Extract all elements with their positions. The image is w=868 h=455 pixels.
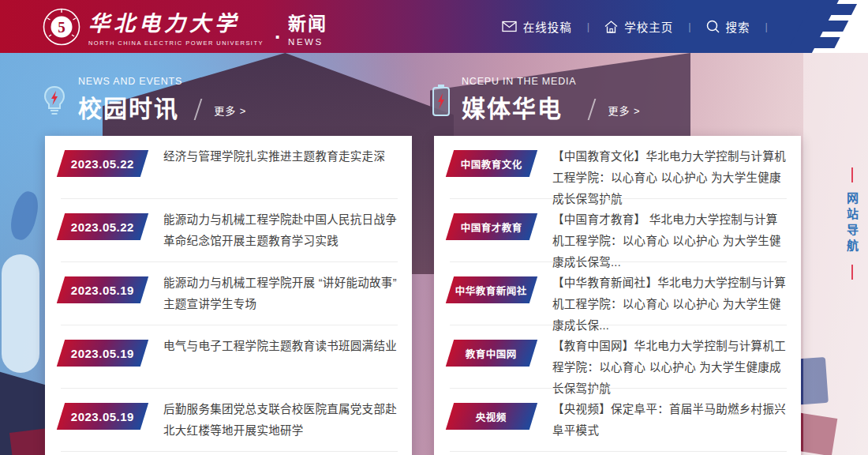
- svg-text:5: 5: [58, 19, 65, 36]
- news-title: 经济与管理学院扎实推进主题教育走实走深: [163, 146, 385, 167]
- section-header-news: NEWS AND EVENTS 校园时讯 更多 >: [41, 76, 246, 124]
- section-title-cn: 校园时讯: [78, 89, 182, 124]
- date-badge: 2023.05.19: [57, 276, 148, 303]
- news-title: 能源动力与机械工程学院赴中国人民抗日战争革命纪念馆开展主题教育学习实践: [163, 209, 398, 252]
- search-icon: [706, 20, 720, 33]
- media-title: 【央视频】保定阜平：首届半马助燃乡村振兴阜平模式: [552, 399, 787, 442]
- envelope-icon: [502, 21, 517, 32]
- date-badge: 2023.05.22: [57, 213, 148, 240]
- source-badge: 教育中国网: [446, 340, 537, 367]
- header-corner-decoration: [789, 0, 868, 53]
- nav-label: 搜索: [726, 18, 750, 35]
- news-list-card: 2023.05.22 经济与管理学院扎实推进主题教育走实走深 2023.05.2…: [45, 136, 412, 455]
- news-title: 后勤服务集团党总支联合校医院直属党支部赴北大红楼等地开展实地研学: [163, 399, 398, 442]
- nav-separator: |: [587, 21, 589, 32]
- site-title-cn: 新闻: [288, 9, 327, 36]
- news-item[interactable]: 2023.05.19 能源动力与机械工程学院开展 “讲好能动故事”主题宣讲学生专…: [45, 262, 412, 325]
- section-title-cn: 媒体华电: [462, 89, 576, 124]
- date-badge: 2023.05.19: [57, 403, 148, 430]
- news-title: 电气与电子工程学院主题教育读书班圆满结业: [163, 336, 397, 357]
- university-seal-icon: 5: [43, 8, 80, 46]
- news-item[interactable]: 2023.05.22 能源动力与机械工程学院赴中国人民抗日战争革命纪念馆开展主题…: [45, 199, 412, 262]
- source-badge: 中华教育新闻社: [446, 276, 537, 303]
- media-list-card: 中国教育文化 【中国教育文化】华北电力大学控制与计算机工程学院：以心育心 以心护…: [434, 136, 801, 455]
- date-badge: 2023.05.22: [57, 150, 148, 177]
- news-more-link[interactable]: 更多 >: [214, 103, 246, 118]
- nav-separator: |: [765, 21, 768, 32]
- date-badge: 2023.05.19: [57, 340, 148, 367]
- home-icon: [604, 21, 618, 33]
- university-name-en: NORTH CHINA ELECTRIC POWER UNIVERSITY: [88, 39, 264, 47]
- media-item[interactable]: 中国育才教育 【中国育才教育】 华北电力大学控制与计算机工程学院：以心育心 以心…: [434, 199, 801, 262]
- nav-item-homepage[interactable]: 学校主页: [604, 18, 673, 35]
- media-item[interactable]: 中国教育文化 【中国教育文化】华北电力大学控制与计算机工程学院：以心育心 以心护…: [434, 136, 801, 199]
- site-title-en: NEWS: [288, 37, 327, 47]
- brand-separator-dot: .: [275, 20, 280, 44]
- nav-label: 学校主页: [624, 18, 673, 35]
- nav-dash-top: [851, 167, 853, 182]
- media-item[interactable]: 中华教育新闻社 【中华教育新闻社】华北电力大学控制与计算机工程学院：以心育心 以…: [434, 262, 801, 325]
- university-name-cn: 华北电力大学: [88, 6, 264, 37]
- header: 5 华北电力大学 NORTH CHINA ELECTRIC POWER UNIV…: [0, 0, 868, 53]
- lightbulb-icon: [41, 85, 68, 116]
- news-title: 能源动力与机械工程学院开展 “讲好能动故事”主题宣讲学生专场: [163, 273, 398, 315]
- source-badge: 央视频: [446, 403, 537, 430]
- source-badge: 中国育才教育: [446, 213, 537, 240]
- section-divider: [588, 99, 597, 120]
- nav-label: 在线投稿: [523, 18, 572, 35]
- header-nav: 在线投稿 | 学校主页 | 搜索 |: [502, 0, 783, 53]
- nav-dash-bottom: [851, 265, 853, 280]
- site-logo[interactable]: 5 华北电力大学 NORTH CHINA ELECTRIC POWER UNIV…: [43, 6, 327, 47]
- page: 5 华北电力大学 NORTH CHINA ELECTRIC POWER UNIV…: [0, 0, 868, 455]
- site-navigation-label: 网站导航: [844, 192, 860, 255]
- news-item[interactable]: 2023.05.19 电气与电子工程学院主题教育读书班圆满结业: [45, 325, 412, 389]
- battery-icon: [431, 84, 451, 117]
- site-navigation-tab[interactable]: 网站导航: [844, 167, 860, 280]
- news-item[interactable]: 2023.05.22 经济与管理学院扎实推进主题教育走实走深: [45, 136, 412, 199]
- section-divider: [194, 99, 203, 120]
- media-item[interactable]: 央视频 【央视频】保定阜平：首届半马助燃乡村振兴阜平模式: [434, 389, 801, 452]
- media-item[interactable]: 教育中国网 【教育中国网】华北电力大学控制与计算机工程学院：以心育心 以心护心 …: [434, 325, 801, 389]
- source-badge: 中国教育文化: [446, 150, 537, 177]
- section-title-en: NEWS AND EVENTS: [78, 76, 182, 87]
- media-more-link[interactable]: 更多 >: [608, 103, 640, 118]
- nav-item-submit[interactable]: 在线投稿: [502, 18, 572, 35]
- news-item[interactable]: 2023.05.19 后勤服务集团党总支联合校医院直属党支部赴北大红楼等地开展实…: [45, 389, 412, 452]
- section-title-en: NCEPU IN THE MEDIA: [462, 76, 576, 87]
- nav-item-search[interactable]: 搜索: [706, 18, 750, 35]
- nav-separator: |: [688, 21, 690, 32]
- background-paint-stroke: [2, 254, 39, 373]
- section-header-media: NCEPU IN THE MEDIA 媒体华电 更多 >: [431, 76, 641, 124]
